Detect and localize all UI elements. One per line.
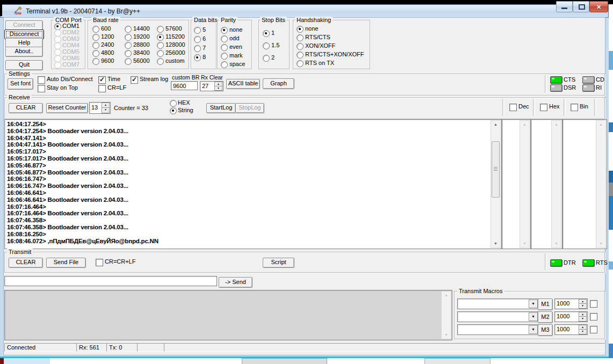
macro3-dropdown-icon[interactable]: ▼ (529, 325, 538, 334)
radio-baud-57600[interactable] (157, 26, 164, 33)
macro3-combobox[interactable]: ▼ (457, 324, 539, 335)
radio-baud-28800[interactable] (125, 42, 132, 49)
maximize-button[interactable] (573, 1, 589, 12)
radio-string-mode[interactable] (170, 107, 177, 114)
macro1-delay-down-icon[interactable]: ▼ (579, 303, 587, 309)
hex-view-panel[interactable]: ▲▼ (531, 119, 562, 249)
radio-baud-custom[interactable] (157, 58, 164, 65)
auto-disconnect-checkbox[interactable] (38, 76, 45, 84)
about-button[interactable]: About.. (5, 47, 43, 57)
ascii-table-button[interactable]: ASCII table (226, 79, 260, 89)
scroll-down-icon[interactable]: ▼ (491, 240, 500, 247)
radio-databits-5[interactable] (194, 27, 201, 34)
macro1-button[interactable]: M1 (538, 299, 553, 310)
radio-databits-6[interactable] (194, 36, 201, 43)
radio-parity-even[interactable] (221, 44, 228, 51)
macro2-repeat-checkbox[interactable] (590, 313, 597, 321)
transmit-history-scrollbar[interactable]: ▲ ▼ (441, 291, 451, 339)
scroll-up-icon[interactable]: ▲ (442, 292, 451, 299)
scroll-up-icon[interactable]: ▲ (520, 121, 529, 128)
stay-on-top-checkbox[interactable] (38, 85, 45, 92)
scroll-up-icon[interactable]: ▲ (596, 121, 605, 128)
graph-button[interactable]: Graph (263, 78, 294, 89)
scroll-down-icon[interactable]: ▼ (596, 240, 605, 247)
bin-view-panel[interactable]: ▲▼ (562, 119, 607, 249)
receive-clear-button[interactable]: CLEAR (9, 103, 43, 113)
radio-baud-1200[interactable] (92, 34, 99, 41)
scroll-up-icon[interactable]: ▲ (491, 121, 500, 128)
cr-lf-checkbox[interactable] (98, 85, 106, 92)
macro3-delay-spinner[interactable]: 1000 ▲ ▼ (554, 324, 588, 335)
macro3-button[interactable]: M3 (538, 324, 553, 336)
radio-baud-9600[interactable] (92, 58, 99, 65)
minimize-button[interactable] (556, 1, 573, 12)
receive-log-panel[interactable]: 16:04:17.254> 16:04:17.254> Bootloader v… (4, 119, 502, 249)
macro2-delay-spinner[interactable]: 1000 ▲ ▼ (554, 311, 588, 322)
radio-databits-7[interactable] (194, 45, 201, 52)
macro3-delay-down-icon[interactable]: ▼ (579, 329, 587, 334)
stop-log-button[interactable]: StopLog (235, 103, 264, 113)
time-checkbox[interactable] (98, 76, 106, 84)
radio-databits-8[interactable] (194, 54, 201, 61)
hex-view-scrollbar[interactable]: ▲▼ (551, 120, 561, 248)
radio-hs-rtsontx[interactable] (297, 60, 304, 67)
radio-parity-none[interactable] (221, 27, 228, 34)
radio-hs-both[interactable] (297, 52, 304, 59)
radio-baud-38400[interactable] (125, 50, 132, 57)
radio-baud-600[interactable] (92, 26, 99, 33)
reset-counter-button[interactable]: Reset Counter (46, 103, 88, 113)
script-button[interactable]: Script (263, 258, 294, 268)
cr-crlf-checkbox[interactable] (96, 259, 103, 266)
scrollbar-thumb[interactable] (492, 141, 500, 198)
rx-clear-spinner[interactable]: 27 ▲ ▼ (200, 81, 223, 91)
radio-stopbits-1[interactable] (263, 30, 270, 37)
radio-baud-256000[interactable] (157, 50, 164, 57)
scroll-down-icon[interactable]: ▼ (442, 331, 451, 339)
transmit-history-panel[interactable]: ▲ ▼ (4, 290, 452, 340)
transmit-clear-button[interactable]: CLEAR (9, 258, 43, 268)
scroll-down-icon[interactable]: ▼ (520, 240, 529, 247)
lines-down-icon[interactable]: ▼ (102, 107, 110, 113)
dec-view-panel[interactable]: ▲▼ (502, 119, 531, 249)
macro2-delay-down-icon[interactable]: ▼ (579, 316, 587, 322)
radio-parity-odd[interactable] (221, 35, 228, 42)
rx-clear-down-icon[interactable]: ▼ (214, 86, 222, 91)
radio-hs-xonxoff[interactable] (297, 43, 304, 50)
macro3-repeat-checkbox[interactable] (590, 326, 597, 333)
stream-log-checkbox[interactable] (131, 76, 138, 84)
radio-baud-4800[interactable] (92, 50, 99, 57)
bin-view-scrollbar[interactable]: ▲▼ (596, 120, 606, 248)
macro2-dropdown-icon[interactable]: ▼ (529, 312, 538, 321)
dec-view-checkbox[interactable] (509, 104, 517, 111)
radio-stopbits-1-5[interactable] (263, 42, 270, 49)
set-font-button[interactable]: Set font (8, 78, 33, 90)
macro1-combobox[interactable]: ▼ (457, 299, 539, 309)
radio-parity-mark[interactable] (221, 53, 228, 60)
radio-baud-19200[interactable] (125, 34, 132, 41)
custom-br-input[interactable] (171, 81, 198, 90)
radio-hex-mode[interactable] (170, 100, 177, 107)
radio-baud-115200[interactable] (157, 34, 164, 41)
macro1-repeat-checkbox[interactable] (590, 300, 597, 308)
start-log-button[interactable]: StartLog (206, 103, 236, 113)
macro2-button[interactable]: M2 (538, 311, 553, 323)
hex-view-checkbox[interactable] (540, 104, 547, 111)
close-button[interactable]: ✕ (589, 1, 608, 12)
radio-parity-space[interactable] (221, 61, 228, 68)
dec-view-scrollbar[interactable]: ▲▼ (520, 120, 530, 248)
quit-button[interactable]: Quit (5, 60, 43, 70)
radio-baud-14400[interactable] (125, 26, 132, 33)
radio-hs-rtscts[interactable] (297, 34, 304, 41)
transmit-input[interactable] (4, 276, 217, 286)
send-button[interactable]: -> Send (219, 277, 253, 288)
receive-log-scrollbar[interactable]: ▲ ▼ (491, 120, 501, 248)
radio-hs-none[interactable] (297, 26, 304, 33)
scroll-down-icon[interactable]: ▼ (552, 240, 561, 247)
send-file-button[interactable]: Send File (46, 258, 86, 268)
macro1-dropdown-icon[interactable]: ▼ (529, 300, 538, 308)
scroll-up-icon[interactable]: ▲ (552, 121, 561, 128)
radio-baud-2400[interactable] (92, 42, 99, 49)
macro2-combobox[interactable]: ▼ (457, 311, 539, 322)
lines-spinner[interactable]: 13 ▲ ▼ (89, 102, 111, 114)
macro1-delay-spinner[interactable]: 1000 ▲ ▼ (554, 299, 588, 309)
